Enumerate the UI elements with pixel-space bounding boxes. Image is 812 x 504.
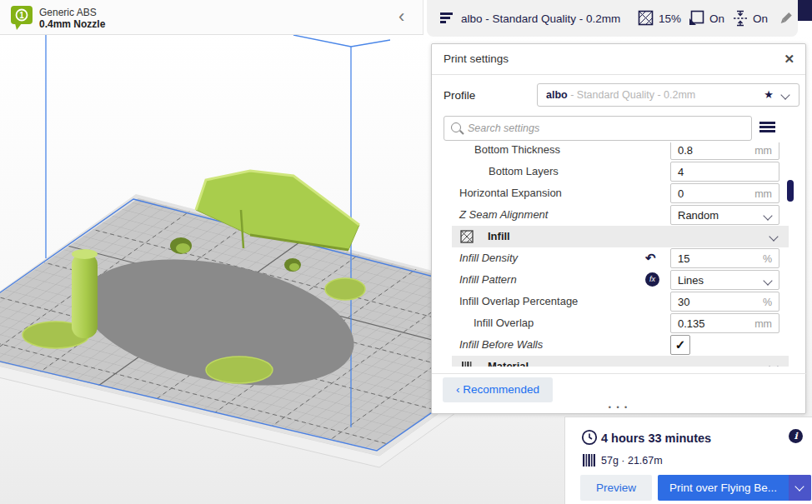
support-icon bbox=[733, 10, 748, 27]
check-icon: ✓ bbox=[675, 337, 686, 352]
edit-pencil-icon[interactable] bbox=[778, 11, 793, 26]
chevron-down-icon bbox=[769, 362, 778, 367]
infill-overlap-percentage-input[interactable]: 30 % bbox=[670, 292, 779, 312]
infill-summary-value: 15% bbox=[659, 0, 681, 37]
model-post bbox=[72, 249, 98, 338]
section-header-material[interactable]: Material bbox=[452, 356, 789, 367]
infill-icon bbox=[638, 10, 654, 27]
extruder-badge-icon: 1 bbox=[10, 5, 35, 32]
panel-title: Print settings bbox=[444, 52, 509, 65]
panel-header: Print settings ✕ bbox=[432, 44, 805, 75]
infill-before-walls-checkbox[interactable]: ✓ bbox=[670, 335, 690, 355]
setting-label: Infill Overlap bbox=[474, 317, 534, 329]
profile-name: albo bbox=[546, 89, 568, 101]
panel-drag-handle[interactable]: • • • bbox=[432, 403, 805, 412]
setting-row-bottom-thickness[interactable]: Bottom Thickness 0.8 mm bbox=[432, 142, 807, 161]
print-job-panel: 4 hours 33 minutes i 57g · 21.67m Previe… bbox=[564, 417, 812, 504]
profile-summary: albo - Standard Quality - 0.2mm bbox=[461, 0, 620, 37]
setting-row-infill-before-walls[interactable]: Infill Before Walls ✓ bbox=[432, 334, 807, 356]
material-selector[interactable]: 1 Generic ABS 0.4mm Nozzle ‹ bbox=[0, 0, 424, 35]
chevron-down-icon bbox=[763, 211, 772, 220]
print-settings-summary-bar[interactable]: albo - Standard Quality - 0.2mm 15% On O… bbox=[427, 0, 798, 37]
settings-menu-icon[interactable] bbox=[759, 122, 775, 133]
infill-density-input[interactable]: 15 % bbox=[670, 248, 779, 268]
svg-text:1: 1 bbox=[19, 11, 24, 20]
preview-button[interactable]: Preview bbox=[580, 475, 652, 501]
setting-label: Infill Density bbox=[459, 252, 518, 264]
revert-icon[interactable]: ↶ bbox=[645, 251, 660, 266]
bottom-layers-input[interactable]: 4 bbox=[670, 162, 779, 182]
settings-list[interactable]: Bottom Thickness 0.8 mm Bottom Layers 4 … bbox=[432, 142, 807, 367]
quality-layers-icon bbox=[439, 11, 454, 26]
z-seam-alignment-dropdown[interactable]: Random bbox=[670, 205, 779, 225]
search-placeholder: Search settings bbox=[468, 122, 539, 134]
print-button[interactable]: Print over Flying Be... bbox=[658, 475, 811, 501]
print-options-chevron[interactable] bbox=[789, 475, 811, 501]
section-header-infill[interactable]: Infill bbox=[452, 226, 789, 247]
setting-label: Bottom Layers bbox=[489, 165, 559, 177]
infill-section-icon bbox=[460, 230, 474, 243]
clock-icon bbox=[581, 429, 598, 446]
setting-row-z-seam-alignment[interactable]: Z Seam Alignment Random bbox=[432, 204, 807, 226]
setting-label: Infill Before Walls bbox=[459, 338, 543, 351]
setting-label: Infill Pattern bbox=[459, 273, 517, 286]
support-summary-value: On bbox=[753, 0, 768, 37]
setting-row-infill-overlap[interactable]: Infill Overlap 0.135 mm bbox=[432, 312, 807, 334]
setting-row-horizontal-expansion[interactable]: Horizontal Expansion 0 mm bbox=[432, 182, 807, 204]
star-icon[interactable]: ★ bbox=[764, 88, 774, 101]
setting-label: Bottom Thickness bbox=[474, 143, 560, 156]
infill-pattern-dropdown[interactable]: Lines bbox=[670, 270, 779, 290]
recommended-button[interactable]: ‹ Recommended bbox=[443, 377, 553, 402]
infill-overlap-input[interactable]: 0.135 mm bbox=[670, 313, 779, 333]
material-section-icon bbox=[460, 360, 474, 367]
setting-row-infill-density[interactable]: Infill Density ↶ 15 % bbox=[432, 247, 807, 269]
setting-row-bottom-layers[interactable]: Bottom Layers 4 bbox=[432, 161, 807, 182]
print-time-estimate: 4 hours 33 minutes bbox=[601, 432, 711, 445]
setting-row-infill-overlap-percentage[interactable]: Infill Overlap Percentage 30 % bbox=[432, 291, 807, 312]
material-usage: 57g · 21.67m bbox=[601, 455, 663, 467]
info-icon[interactable]: i bbox=[789, 429, 803, 443]
search-icon bbox=[451, 122, 461, 132]
print-settings-panel: Print settings ✕ Profile albo - Standard… bbox=[431, 43, 806, 414]
back-chevron-icon: ‹ bbox=[456, 383, 460, 396]
scrollbar-thumb[interactable] bbox=[787, 180, 794, 202]
close-icon[interactable]: ✕ bbox=[784, 52, 794, 67]
function-icon[interactable]: fx bbox=[645, 272, 659, 287]
chevron-down-icon bbox=[780, 90, 789, 99]
profile-dropdown[interactable]: albo - Standard Quality - 0.2mm ★ bbox=[537, 83, 799, 107]
setting-label: Horizontal Expansion bbox=[459, 187, 562, 199]
setting-label: Infill Overlap Percentage bbox=[459, 295, 578, 307]
chevron-down-icon bbox=[769, 232, 778, 241]
profile-label: Profile bbox=[444, 89, 475, 102]
collapse-chevron-icon[interactable]: ‹ bbox=[398, 6, 404, 27]
bottom-thickness-input[interactable]: 0.8 mm bbox=[670, 142, 779, 160]
stage-header-fragment bbox=[798, 0, 812, 21]
cura-window: 1 Generic ABS 0.4mm Nozzle ‹ albo - Stan… bbox=[0, 0, 812, 504]
adhesion-icon bbox=[689, 10, 705, 27]
setting-row-infill-pattern[interactable]: Infill Pattern fx Lines bbox=[432, 269, 807, 291]
horizontal-expansion-input[interactable]: 0 mm bbox=[670, 183, 779, 203]
chevron-down-icon bbox=[794, 482, 804, 491]
adhesion-summary-value: On bbox=[709, 0, 724, 37]
nozzle-size: 0.4mm Nozzle bbox=[39, 18, 105, 30]
profile-quality: - Standard Quality - 0.2mm bbox=[568, 89, 696, 101]
material-name: Generic ABS bbox=[39, 7, 97, 18]
setting-label: Z Seam Alignment bbox=[459, 208, 548, 221]
material-usage-icon bbox=[582, 453, 597, 467]
search-settings-input[interactable]: Search settings bbox=[444, 116, 752, 141]
chevron-down-icon bbox=[763, 276, 772, 285]
